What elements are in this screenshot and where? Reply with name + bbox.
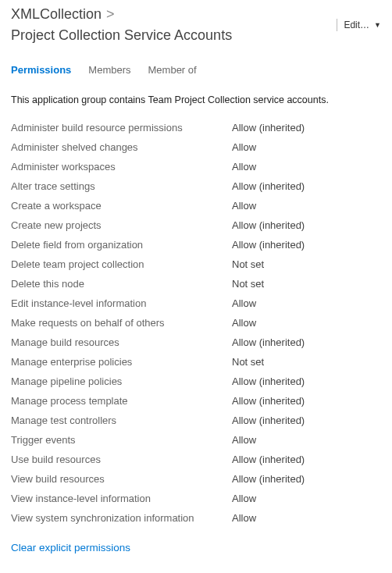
tab-member-of[interactable]: Member of xyxy=(148,64,197,77)
permission-name: Trigger events xyxy=(11,434,232,446)
permission-name: Edit instance-level information xyxy=(11,297,232,309)
breadcrumb: XMLCollection > Project Collection Servi… xyxy=(11,6,337,44)
permission-value[interactable]: Allow xyxy=(232,200,256,212)
permission-row[interactable]: Manage build resourcesAllow (inherited) xyxy=(11,333,381,352)
permission-name: Manage test controllers xyxy=(11,415,232,426)
permission-name: Use build resources xyxy=(11,454,232,465)
permission-row[interactable]: Make requests on behalf of othersAllow xyxy=(11,313,381,333)
permissions-list: Administer build resource permissionsAll… xyxy=(11,118,381,528)
tabs: PermissionsMembersMember of xyxy=(11,64,381,77)
permission-row[interactable]: Administer build resource permissionsAll… xyxy=(11,118,381,137)
permission-name: Administer workspaces xyxy=(11,161,232,173)
permission-name: Manage enterprise policies xyxy=(11,356,232,368)
permission-name: Alter trace settings xyxy=(11,180,232,192)
permission-value[interactable]: Allow xyxy=(232,161,256,173)
permission-value[interactable]: Allow (inherited) xyxy=(232,336,305,348)
permission-value[interactable]: Allow xyxy=(232,317,256,329)
permission-value[interactable]: Allow (inherited) xyxy=(232,375,305,387)
tab-permissions[interactable]: Permissions xyxy=(11,64,71,77)
permission-row[interactable]: Edit instance-level informationAllow xyxy=(11,294,381,313)
permission-name: View system synchronization information xyxy=(11,512,232,524)
breadcrumb-root[interactable]: XMLCollection xyxy=(11,6,102,23)
permission-value[interactable]: Allow (inherited) xyxy=(232,239,305,251)
permission-value[interactable]: Allow (inherited) xyxy=(232,473,305,485)
permission-row[interactable]: Use build resourcesAllow (inherited) xyxy=(11,450,381,469)
permission-name: Administer build resource permissions xyxy=(11,122,232,133)
permission-value[interactable]: Allow (inherited) xyxy=(232,454,305,465)
permission-row[interactable]: Administer shelved changesAllow xyxy=(11,137,381,157)
permission-row[interactable]: Create a workspaceAllow xyxy=(11,196,381,215)
permission-value[interactable]: Allow xyxy=(232,434,256,446)
tab-members[interactable]: Members xyxy=(88,64,130,77)
permission-row[interactable]: Manage enterprise policiesNot set xyxy=(11,352,381,372)
clear-explicit-permissions-link[interactable]: Clear explicit permissions xyxy=(11,542,381,553)
permission-name: Make requests on behalf of others xyxy=(11,317,232,329)
permission-value[interactable]: Allow (inherited) xyxy=(232,415,305,426)
group-description: This application group contains Team Pro… xyxy=(11,94,381,105)
permission-row[interactable]: View system synchronization informationA… xyxy=(11,508,381,528)
permission-name: Manage process template xyxy=(11,395,232,407)
permission-value[interactable]: Allow xyxy=(232,512,256,524)
permission-name: Manage pipeline policies xyxy=(11,375,232,387)
permission-value[interactable]: Allow (inherited) xyxy=(232,180,305,192)
permission-value[interactable]: Allow (inherited) xyxy=(232,122,305,133)
permission-value[interactable]: Allow xyxy=(232,493,256,504)
permission-name: Create new projects xyxy=(11,219,232,231)
permission-row[interactable]: Delete this nodeNot set xyxy=(11,274,381,294)
permission-row[interactable]: Administer workspacesAllow xyxy=(11,157,381,176)
permission-row[interactable]: Manage pipeline policiesAllow (inherited… xyxy=(11,372,381,391)
permission-name: Create a workspace xyxy=(11,200,232,212)
permission-value[interactable]: Allow xyxy=(232,297,256,309)
permission-row[interactable]: Manage process templateAllow (inherited) xyxy=(11,391,381,411)
permission-value[interactable]: Allow (inherited) xyxy=(232,395,305,407)
permission-row[interactable]: Alter trace settingsAllow (inherited) xyxy=(11,176,381,196)
permission-row[interactable]: Manage test controllersAllow (inherited) xyxy=(11,411,381,430)
divider xyxy=(337,19,337,31)
permission-row[interactable]: Delete team project collectionNot set xyxy=(11,254,381,274)
permission-name: View build resources xyxy=(11,473,232,485)
permission-name: View instance-level information xyxy=(11,493,232,504)
permission-row[interactable]: Create new projectsAllow (inherited) xyxy=(11,215,381,235)
permission-value[interactable]: Allow xyxy=(232,141,256,153)
permission-name: Delete field from organization xyxy=(11,239,232,251)
permission-value[interactable]: Not set xyxy=(232,356,264,368)
permission-value[interactable]: Allow (inherited) xyxy=(232,219,305,231)
permission-row[interactable]: View instance-level informationAllow xyxy=(11,489,381,508)
breadcrumb-current: Project Collection Service Accounts xyxy=(11,27,232,44)
permission-row[interactable]: Trigger eventsAllow xyxy=(11,430,381,450)
permission-row[interactable]: Delete field from organizationAllow (inh… xyxy=(11,235,381,254)
edit-label: Edit… xyxy=(344,20,369,30)
permission-value[interactable]: Not set xyxy=(232,258,264,270)
chevron-down-icon: ▼ xyxy=(374,21,381,29)
permission-row[interactable]: View build resourcesAllow (inherited) xyxy=(11,469,381,489)
permission-name: Administer shelved changes xyxy=(11,141,232,153)
permission-name: Delete team project collection xyxy=(11,258,232,270)
edit-menu[interactable]: Edit… ▼ xyxy=(337,19,381,31)
permission-value[interactable]: Not set xyxy=(232,278,264,290)
permission-name: Manage build resources xyxy=(11,336,232,348)
permission-name: Delete this node xyxy=(11,278,232,290)
breadcrumb-separator: > xyxy=(106,6,115,23)
